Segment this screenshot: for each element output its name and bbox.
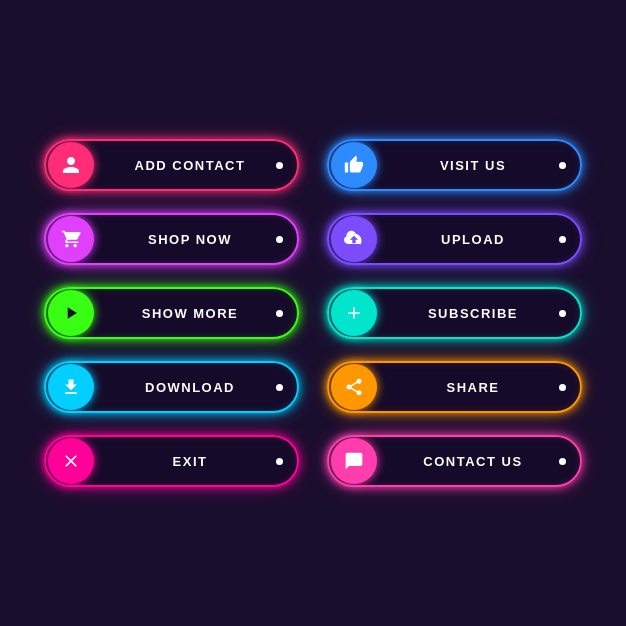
shop-now-dot — [276, 236, 283, 243]
upload-button[interactable]: UPLOAD — [327, 213, 582, 265]
contact-us-button[interactable]: CONTACT US — [327, 435, 582, 487]
upload-label: UPLOAD — [377, 232, 559, 247]
shop-now-label: SHOP NOW — [94, 232, 276, 247]
person-icon — [48, 142, 94, 188]
share-icon — [331, 364, 377, 410]
show-more-button[interactable]: SHOW MORE — [44, 287, 299, 339]
chat-icon — [331, 438, 377, 484]
subscribe-button[interactable]: SUBSCRIBE — [327, 287, 582, 339]
download-icon — [48, 364, 94, 410]
visit-us-label: VISIT US — [377, 158, 559, 173]
show-more-dot — [276, 310, 283, 317]
share-button[interactable]: SHARE — [327, 361, 582, 413]
upload-dot — [559, 236, 566, 243]
button-grid: ADD CONTACT VISIT US SHOP NOW UPLOAD SHO… — [24, 119, 602, 507]
shop-now-button[interactable]: SHOP NOW — [44, 213, 299, 265]
exit-label: EXIT — [94, 454, 276, 469]
upload-icon — [331, 216, 377, 262]
download-label: DOWNLOAD — [94, 380, 276, 395]
share-label: SHARE — [377, 380, 559, 395]
share-dot — [559, 384, 566, 391]
visit-us-dot — [559, 162, 566, 169]
play-icon — [48, 290, 94, 336]
close-icon — [48, 438, 94, 484]
add-icon — [331, 290, 377, 336]
show-more-label: SHOW MORE — [94, 306, 276, 321]
cart-icon — [48, 216, 94, 262]
add-contact-button[interactable]: ADD CONTACT — [44, 139, 299, 191]
subscribe-label: SUBSCRIBE — [377, 306, 559, 321]
download-button[interactable]: DOWNLOAD — [44, 361, 299, 413]
download-dot — [276, 384, 283, 391]
subscribe-dot — [559, 310, 566, 317]
contact-us-dot — [559, 458, 566, 465]
add-contact-dot — [276, 162, 283, 169]
thumbup-icon — [331, 142, 377, 188]
add-contact-label: ADD CONTACT — [94, 158, 276, 173]
contact-us-label: CONTACT US — [377, 454, 559, 469]
exit-dot — [276, 458, 283, 465]
exit-button[interactable]: EXIT — [44, 435, 299, 487]
visit-us-button[interactable]: VISIT US — [327, 139, 582, 191]
